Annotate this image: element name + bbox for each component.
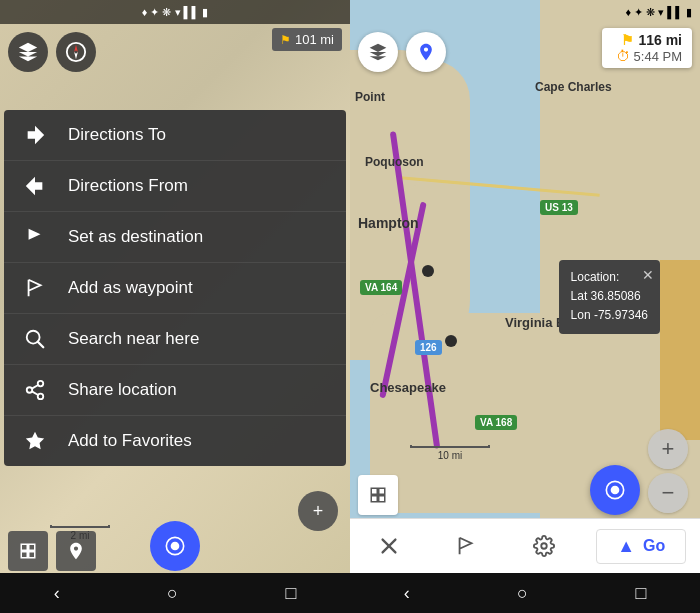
back-button-left[interactable]: ‹ <box>54 583 60 604</box>
label-chesapeake: Chesapeake <box>370 380 446 395</box>
menu-label-directions-from: Directions From <box>68 176 188 196</box>
nav-bar-left: ‹ ○ □ <box>0 573 350 613</box>
svg-marker-2 <box>74 52 78 59</box>
svg-line-8 <box>32 391 38 395</box>
location-popup: ✕ Location: Lat 36.85086 Lon -75.97346 <box>559 260 660 334</box>
svg-point-15 <box>171 542 180 551</box>
scale-bar-left: 2 mi <box>50 525 110 541</box>
location-button-right[interactable] <box>590 465 640 515</box>
menu-item-directions-from[interactable]: Directions From <box>4 161 346 212</box>
menu-label-add-favorites: Add to Favorites <box>68 431 192 451</box>
svg-line-4 <box>38 342 44 348</box>
grid-button-left[interactable] <box>8 531 48 571</box>
search-icon <box>24 328 48 350</box>
menu-label-directions-to: Directions To <box>68 125 166 145</box>
svg-rect-18 <box>379 488 385 494</box>
zoom-controls-right: + − <box>648 429 688 513</box>
menu-label-add-waypoint: Add as waypoint <box>68 278 193 298</box>
svg-point-7 <box>38 394 44 400</box>
scale-line-left <box>50 525 110 528</box>
close-action-button[interactable] <box>364 521 414 571</box>
flag-icon-right: ⚑ <box>621 32 634 48</box>
label-point: Point <box>355 90 385 104</box>
zoom-out-button-right[interactable]: − <box>648 473 688 513</box>
badge-va164: VA 164 <box>360 280 402 295</box>
directions-from-icon <box>24 175 48 197</box>
flag-action-button[interactable] <box>441 521 491 571</box>
menu-item-directions-to[interactable]: Directions To <box>4 110 346 161</box>
popup-close-button[interactable]: ✕ <box>642 264 654 286</box>
zoom-in-button-left[interactable]: + <box>298 491 338 531</box>
map-land-north <box>350 50 430 190</box>
popup-lat: Lat 36.85086 <box>571 287 648 306</box>
svg-rect-12 <box>29 544 35 550</box>
menu-item-search-near[interactable]: Search near here <box>4 314 346 365</box>
scale-line-right <box>410 445 490 448</box>
status-bar-right: ♦ ✦ ❋ ▾ ▌▌ ▮ <box>350 0 700 24</box>
menu-item-set-destination[interactable]: Set as destination <box>4 212 346 263</box>
svg-rect-14 <box>29 552 35 558</box>
home-button-left[interactable]: ○ <box>167 583 178 604</box>
label-poquoson: Poquoson <box>365 155 424 169</box>
popup-title: Location: <box>571 268 648 287</box>
svg-point-25 <box>541 543 547 549</box>
distance-badge-left: ⚑ 101 mi <box>272 28 342 51</box>
svg-rect-13 <box>21 552 27 558</box>
map-land-south <box>370 313 570 513</box>
clock-icon: ⏱ <box>616 48 630 64</box>
badge-126: 126 <box>415 340 442 355</box>
svg-rect-17 <box>371 488 377 494</box>
svg-rect-19 <box>371 496 377 502</box>
home-button-right[interactable]: ○ <box>517 583 528 604</box>
svg-line-9 <box>32 385 38 389</box>
menu-label-search-near: Search near here <box>68 329 199 349</box>
go-arrow-icon: ▲ <box>617 536 635 557</box>
distance-value-right: 116 mi <box>638 32 682 48</box>
badge-us13: US 13 <box>540 200 578 215</box>
add-waypoint-icon <box>24 277 48 299</box>
menu-label-set-destination: Set as destination <box>68 227 203 247</box>
status-icons-left: ♦ ✦ ❋ ▾ ▌▌ ▮ <box>142 6 208 19</box>
menu-item-add-waypoint[interactable]: Add as waypoint <box>4 263 346 314</box>
go-label: Go <box>643 537 665 555</box>
svg-point-21 <box>611 486 620 495</box>
left-panel: ♦ ✦ ❋ ▾ ▌▌ ▮ ⚑ 101 mi Directions To <box>0 0 350 613</box>
back-button-right[interactable]: ‹ <box>404 583 410 604</box>
status-bar-left: ♦ ✦ ❋ ▾ ▌▌ ▮ <box>0 0 350 24</box>
time-value-right: 5:44 PM <box>634 49 682 64</box>
location-button-left[interactable] <box>150 521 200 571</box>
svg-rect-20 <box>379 496 385 502</box>
set-destination-icon <box>24 226 48 248</box>
distance-badge-right: ⚑ 116 mi ⏱ 5:44 PM <box>602 28 692 68</box>
scale-label-right: 10 mi <box>438 450 462 461</box>
route-dot-1 <box>422 265 434 277</box>
zoom-in-button-right[interactable]: + <box>648 429 688 469</box>
directions-to-icon <box>24 124 48 146</box>
menu-item-share-location[interactable]: Share location <box>4 365 346 416</box>
menu-label-share-location: Share location <box>68 380 177 400</box>
svg-marker-10 <box>26 432 44 449</box>
scale-label-left: 2 mi <box>71 530 90 541</box>
label-hampton: Hampton <box>358 215 419 231</box>
nav-bar-right: ‹ ○ □ <box>350 573 700 613</box>
svg-point-5 <box>38 381 44 387</box>
go-button[interactable]: ▲ Go <box>596 529 686 564</box>
share-icon <box>24 379 48 401</box>
right-panel: ♦ ✦ ❋ ▾ ▌▌ ▮ ⚑ 116 mi ⏱ 5:44 PM Cape Cha… <box>350 0 700 613</box>
badge-va168: VA 168 <box>475 415 517 430</box>
menu-item-add-favorites[interactable]: Add to Favorites <box>4 416 346 466</box>
route-dot-2 <box>445 335 457 347</box>
star-icon <box>24 430 48 452</box>
square-button-right[interactable]: □ <box>635 583 646 604</box>
map-layer-button-left[interactable] <box>8 32 48 72</box>
svg-marker-1 <box>74 45 78 52</box>
square-button-left[interactable]: □ <box>285 583 296 604</box>
grid-button-right[interactable] <box>358 475 398 515</box>
compass-button-left[interactable] <box>56 32 96 72</box>
settings-action-button[interactable] <box>519 521 569 571</box>
svg-point-6 <box>27 387 33 393</box>
flag-icon: ⚑ <box>280 33 291 47</box>
map-search-button-right[interactable] <box>406 32 446 72</box>
map-layer-button-right[interactable] <box>358 32 398 72</box>
road-yellow-2 <box>660 260 700 440</box>
